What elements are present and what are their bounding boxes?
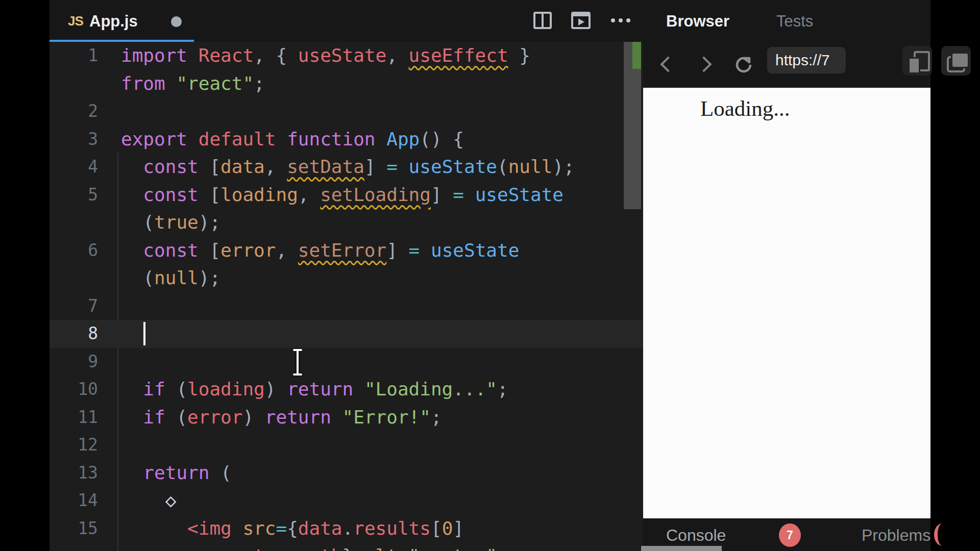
open-in-new-window-icon[interactable] xyxy=(941,46,971,76)
code-row[interactable]: 8 xyxy=(50,320,643,348)
browser-preview-page: Loading... xyxy=(643,88,930,518)
forward-icon[interactable] xyxy=(696,56,712,72)
code-row[interactable]: 15 <img src={data.results[0] xyxy=(50,515,643,543)
mouse-ibeam-cursor xyxy=(291,349,304,375)
line-number: 8 xyxy=(50,320,98,348)
code-text: const [error, setError] = useState xyxy=(121,237,519,265)
line-number: 10 xyxy=(50,375,98,404)
code-editor[interactable]: 1import React, { useState, useEffect }fr… xyxy=(50,42,643,551)
back-icon[interactable] xyxy=(660,56,676,72)
more-actions-icon[interactable] xyxy=(611,18,630,22)
unsaved-changes-dot-icon xyxy=(171,16,182,27)
line-number xyxy=(50,70,98,98)
line-number xyxy=(50,542,98,551)
tab-tests[interactable]: Tests xyxy=(776,12,813,31)
code-row[interactable]: 11 if (error) return "Error!"; xyxy=(50,404,643,432)
line-number: 5 xyxy=(50,181,98,209)
line-number xyxy=(50,264,98,292)
code-text: .poster_path} alt="poster" xyxy=(121,542,497,551)
code-row[interactable]: from "react"; xyxy=(50,70,643,98)
javascript-file-icon: JS xyxy=(68,13,83,29)
text-caret xyxy=(143,322,145,345)
code-row[interactable]: (null); xyxy=(50,264,643,292)
code-text: export default function App() { xyxy=(121,126,464,154)
file-tab-title: App.js xyxy=(89,12,138,31)
code-row[interactable]: 4 const [data, setData] = useState(null)… xyxy=(50,153,643,181)
top-bar: JS App.js Browser Tests xyxy=(50,0,930,42)
line-number: 7 xyxy=(50,292,98,320)
code-row[interactable]: 13 return ( xyxy=(50,459,643,487)
code-text: const [loading, setLoading] = useState xyxy=(121,181,564,209)
code-row[interactable]: 1import React, { useState, useEffect } xyxy=(50,42,643,70)
line-number xyxy=(50,209,98,237)
open-preview-icon[interactable] xyxy=(571,12,591,29)
tab-browser[interactable]: Browser xyxy=(666,12,729,31)
code-text: (true); xyxy=(121,209,220,237)
panel-resize-handle[interactable] xyxy=(641,546,722,551)
split-editor-icon[interactable] xyxy=(533,12,552,29)
editor-scrollbar[interactable] xyxy=(624,42,641,551)
problems-count-badge xyxy=(934,523,950,546)
line-number: 9 xyxy=(50,348,98,376)
console-tab[interactable]: Console xyxy=(666,526,726,545)
console-count-badge: 7 xyxy=(779,523,801,547)
line-number: 14 xyxy=(50,487,98,515)
code-row[interactable]: .poster_path} alt="poster" xyxy=(50,542,643,551)
code-row[interactable]: 12 xyxy=(50,431,643,459)
line-number: 13 xyxy=(50,459,98,487)
code-text: return ( xyxy=(121,459,232,487)
code-text: ◇ xyxy=(121,487,176,515)
responsive-preview-icon[interactable] xyxy=(902,46,932,76)
code-row[interactable]: 2 xyxy=(50,97,643,126)
code-text: <img src={data.results[0] xyxy=(121,515,464,543)
code-text: (null); xyxy=(121,264,220,292)
line-number: 6 xyxy=(50,237,98,265)
url-input[interactable]: https://7 xyxy=(767,47,846,73)
code-row[interactable]: 6 const [error, setError] = useState xyxy=(50,237,643,265)
line-number: 15 xyxy=(50,515,98,543)
code-row[interactable]: 10 if (loading) return "Loading..."; xyxy=(50,375,643,404)
code-row[interactable]: 3export default function App() { xyxy=(50,126,643,154)
app-window: JS App.js Browser Tests 1import React, {… xyxy=(50,0,930,551)
code-row[interactable]: 14 ◇ xyxy=(50,487,643,515)
code-text: const [data, setData] = useState(null); xyxy=(121,153,575,181)
code-text: from "react"; xyxy=(121,70,265,98)
problems-tab[interactable]: Problems xyxy=(862,526,930,545)
git-change-marker xyxy=(632,42,641,69)
page-loading-text: Loading... xyxy=(700,96,790,121)
browser-nav-bar: https://7 xyxy=(643,42,930,88)
line-number: 12 xyxy=(50,431,98,459)
line-number: 3 xyxy=(50,126,98,154)
code-row[interactable]: (true); xyxy=(50,209,643,237)
refresh-icon[interactable] xyxy=(734,55,753,74)
line-number: 1 xyxy=(50,42,98,70)
code-text: if (loading) return "Loading..."; xyxy=(121,375,508,404)
line-number: 2 xyxy=(50,97,98,126)
code-row[interactable]: 5 const [loading, setLoading] = useState xyxy=(50,181,643,209)
line-number: 4 xyxy=(50,153,98,181)
code-text: import React, { useState, useEffect } xyxy=(121,42,530,70)
code-row[interactable]: 7 xyxy=(50,292,643,320)
code-text: if (error) return "Error!"; xyxy=(121,404,442,432)
code-row[interactable]: 9 xyxy=(50,348,643,376)
line-number: 11 xyxy=(50,404,98,432)
